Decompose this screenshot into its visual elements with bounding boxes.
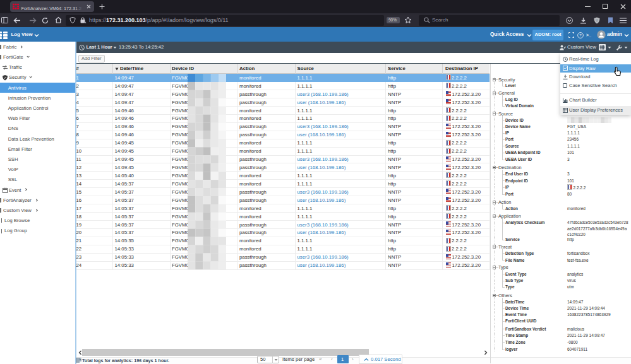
svg-text:U: U xyxy=(596,18,598,22)
svg-text:?: ? xyxy=(579,33,582,37)
